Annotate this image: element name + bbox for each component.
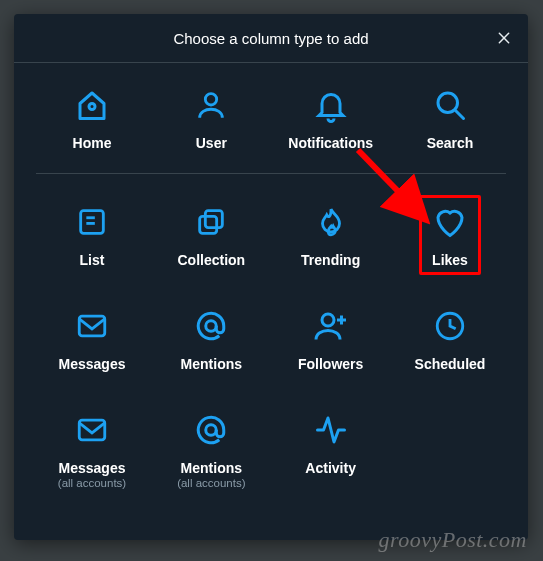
column-option-label: Notifications (288, 135, 373, 151)
column-option-label: Likes (428, 252, 472, 268)
svg-point-3 (206, 94, 217, 105)
svg-rect-11 (79, 316, 105, 336)
svg-rect-10 (200, 216, 217, 233)
column-type-modal: Choose a column type to add Home User No… (14, 14, 528, 540)
heart-icon (432, 204, 468, 240)
column-option-label: Messages (59, 460, 126, 476)
column-option-label: Mentions (181, 356, 242, 372)
column-option-messages[interactable]: Messages (36, 304, 148, 372)
column-option-sublabel: (all accounts) (177, 477, 245, 489)
column-option-label: Home (73, 135, 112, 151)
close-button[interactable] (490, 24, 518, 52)
column-option-mentions[interactable]: Mentions (155, 304, 267, 372)
watermark: groovyPost.com (378, 527, 527, 553)
clock-icon (433, 309, 467, 343)
user-plus-icon (313, 308, 349, 344)
envelope-icon (75, 309, 109, 343)
svg-rect-9 (206, 211, 223, 228)
column-option-activity[interactable]: Activity (275, 408, 387, 489)
column-option-label: Messages (59, 356, 126, 372)
column-option-home[interactable]: Home (36, 83, 148, 151)
column-option-label: Collection (177, 252, 245, 268)
column-option-scheduled[interactable]: Scheduled (394, 304, 506, 372)
column-option-label: User (196, 135, 227, 151)
at-icon (193, 412, 229, 448)
column-option-mentions-all[interactable]: Mentions (all accounts) (155, 408, 267, 489)
column-option-search[interactable]: Search (394, 83, 506, 151)
svg-point-4 (438, 93, 458, 113)
column-option-messages-all[interactable]: Messages (all accounts) (36, 408, 148, 489)
column-option-label: Scheduled (415, 356, 486, 372)
column-option-collection[interactable]: Collection (155, 200, 267, 268)
modal-title: Choose a column type to add (173, 30, 368, 47)
modal-header: Choose a column type to add (14, 14, 528, 63)
bell-icon (313, 87, 349, 123)
column-option-sublabel: (all accounts) (58, 477, 126, 489)
svg-point-12 (206, 321, 217, 332)
svg-point-13 (322, 314, 334, 326)
at-icon (193, 308, 229, 344)
column-option-user[interactable]: User (155, 83, 267, 151)
home-icon (74, 87, 110, 123)
list-icon (75, 205, 109, 239)
envelope-icon (75, 413, 109, 447)
column-option-label: Followers (298, 356, 363, 372)
highlight-annotation: Likes (419, 195, 481, 275)
search-icon (432, 87, 468, 123)
empty-cell (394, 408, 506, 489)
svg-point-2 (89, 104, 95, 110)
column-option-notifications[interactable]: Notifications (275, 83, 387, 151)
column-option-followers[interactable]: Followers (275, 304, 387, 372)
user-icon (194, 88, 228, 122)
flame-icon (314, 205, 348, 239)
column-option-label: Trending (301, 252, 360, 268)
column-option-label: List (80, 252, 105, 268)
activity-icon (313, 412, 349, 448)
close-icon (496, 30, 512, 46)
column-option-likes[interactable]: Likes (394, 200, 506, 268)
svg-rect-17 (79, 420, 105, 440)
column-option-label: Search (427, 135, 474, 151)
collection-icon (194, 205, 228, 239)
column-option-label: Mentions (181, 460, 242, 476)
column-option-label: Activity (305, 460, 356, 476)
svg-point-18 (206, 425, 217, 436)
svg-line-5 (456, 111, 464, 119)
column-option-list[interactable]: List (36, 200, 148, 268)
column-type-grid: Home User Notifications Search List (14, 63, 528, 489)
column-option-trending[interactable]: Trending (275, 200, 387, 268)
